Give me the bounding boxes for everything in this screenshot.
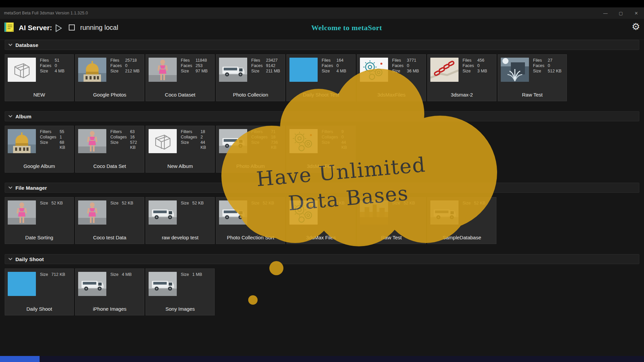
stat-label: Filters xyxy=(251,129,268,134)
server-status-text: running local xyxy=(80,24,118,32)
notes-icon[interactable] xyxy=(3,21,15,35)
white-truck-thumbnail xyxy=(149,272,177,296)
section-title: File Manager xyxy=(15,185,47,191)
stat-value: 23427 xyxy=(266,58,280,63)
card-stats: Files51Faces0Size4 MB xyxy=(40,58,64,82)
stat-label: Size xyxy=(251,201,259,206)
section-header-daily-shoot[interactable]: Daily Shoot xyxy=(5,254,639,264)
section-title: Album xyxy=(15,114,32,119)
chevron-down-icon[interactable] xyxy=(8,44,12,46)
card-top: Size712 KB xyxy=(8,272,71,296)
stat-label: Size xyxy=(110,140,127,150)
stat-value: 52 KB xyxy=(122,201,133,206)
card-new[interactable]: Files51Faces0Size4 MBNEW xyxy=(5,54,74,101)
section-album: AlbumFilters55Collages1Size68 KBGoogle A… xyxy=(5,111,639,173)
card-new-album[interactable]: Filters18Collages2Size44 KBNew Album xyxy=(146,126,215,173)
card-3dsmax-files[interactable]: Size52 KB3dsMax Files xyxy=(286,197,356,244)
stat-label: Filters xyxy=(40,129,56,134)
play-server-icon[interactable] xyxy=(55,23,63,34)
card-coco-test-data[interactable]: Size52 KBCoco test Data xyxy=(75,197,144,244)
card-name: Google Photos xyxy=(78,92,141,98)
card-photo-collecion[interactable]: Files23427Faces9142Size211 MBPhoto Colle… xyxy=(216,54,285,101)
stop-server-checkbox[interactable] xyxy=(69,24,75,31)
card-stats: Size52 KB xyxy=(181,201,204,225)
stat-label: Collages xyxy=(110,135,127,140)
stat-label: Filters xyxy=(181,129,197,134)
section-header-database[interactable]: Database xyxy=(5,40,639,50)
card-name: 3dsmax-2 xyxy=(430,92,493,98)
card-sampledatabase[interactable]: Size52 KBSampleDatabase xyxy=(427,197,496,244)
stat-label: Size xyxy=(110,272,118,277)
card-stats: Filters55Collages1Size68 KB xyxy=(40,129,71,153)
castle-thumbnail xyxy=(360,200,388,225)
card-photo-album[interactable]: Filters71Collages18Size736 KBPhoto Album xyxy=(216,126,285,173)
chevron-down-icon[interactable] xyxy=(8,258,12,260)
red-chain-thumbnail xyxy=(430,58,459,82)
section-title: Database xyxy=(15,42,38,48)
stat-value: 0 xyxy=(341,135,353,140)
stat-value: 52 KB xyxy=(333,201,344,206)
stat-label: Files xyxy=(463,58,474,63)
pink-bikini-woman-thumbnail xyxy=(149,58,177,82)
stat-value: 253 xyxy=(196,63,208,68)
card-google-photos[interactable]: Files25718Faces0Size212 MBGoogle Photos xyxy=(75,54,144,101)
stat-label: Files xyxy=(251,58,263,63)
maximize-button[interactable]: ▢ xyxy=(613,7,629,19)
stat-value: 36 MB xyxy=(407,69,419,74)
card-daily-shoot[interactable]: Size712 KBDaily Shoot xyxy=(5,268,74,315)
card-stats: Size52 KB xyxy=(463,201,485,225)
card-coco-data-set[interactable]: Filters63Collages16Size572 KBCoco Data S… xyxy=(75,126,144,173)
card-raw-develop-test[interactable]: Size52 KBraw develop test xyxy=(146,197,215,244)
close-button[interactable]: ✕ xyxy=(629,7,644,19)
chevron-down-icon[interactable] xyxy=(8,186,12,189)
stat-label: Faces xyxy=(322,63,333,68)
card-coco-dataset[interactable]: Files11848Faces253Size97 MBCoco Dataset xyxy=(146,54,215,101)
stat-value: 52 KB xyxy=(263,201,274,206)
card-stats: Files27Faces0Size512 KB xyxy=(533,58,561,82)
card-name: 3dsMaxFiles xyxy=(289,163,353,170)
stat-label: Filters xyxy=(322,129,338,134)
stat-value: 44 KB xyxy=(341,140,353,150)
card-google-album[interactable]: Filters55Collages1Size68 KBGoogle Album xyxy=(5,126,74,173)
card-iphone-images[interactable]: Size4 MBiPhone Images xyxy=(75,268,144,315)
card-top: Size52 KB xyxy=(360,200,423,225)
card-raw-test[interactable]: Size52 KBRaw Test xyxy=(357,197,426,244)
card-stats: Size52 KB xyxy=(110,201,133,225)
sections-container: DatabaseFiles51Faces0Size4 MBNEWFiles257… xyxy=(0,40,644,325)
card-stats: Files25718Faces0Size212 MB xyxy=(110,58,140,82)
stat-label: Files xyxy=(110,58,122,63)
scrollbar-thumb[interactable] xyxy=(0,356,40,362)
card-name: Raw Test xyxy=(501,92,564,98)
stat-value: 211 MB xyxy=(266,69,280,74)
horizontal-scrollbar[interactable] xyxy=(0,356,644,362)
card-top: Files3771Faces0Size36 MB xyxy=(360,58,423,82)
card-3dsmaxfiles[interactable]: Files3771Faces0Size36 MB3dsMaxFiles xyxy=(357,54,426,101)
stat-value: 572 KB xyxy=(130,140,141,150)
card-3dsmaxfiles[interactable]: Filters9Collages0Size44 KB3dsMaxFiles xyxy=(286,126,356,173)
card-stats: Files11848Faces253Size97 MB xyxy=(181,58,208,82)
blue-square-thumbnail xyxy=(289,58,318,82)
stat-label: Files xyxy=(322,58,333,63)
stat-value: 52 KB xyxy=(474,201,485,206)
minimize-button[interactable]: — xyxy=(598,7,613,19)
card-daily-shoot-test[interactable]: Files164Faces0Size4 MBDaily Shoot Test xyxy=(286,54,356,101)
cube-wireframe-thumbnail xyxy=(8,58,36,82)
gear-icon[interactable]: ⚙ xyxy=(632,22,640,32)
chevron-down-icon[interactable] xyxy=(8,115,12,118)
card-raw-test[interactable]: Files27Faces0Size512 KBRaw Test xyxy=(498,54,567,101)
section-header-file-manager[interactable]: File Manager xyxy=(5,183,639,193)
card-stats: Filters63Collages16Size572 KB xyxy=(110,129,141,153)
stat-label: Files xyxy=(533,58,544,63)
card-stats: Size52 KB xyxy=(251,201,274,225)
card-top: Files23427Faces9142Size211 MB xyxy=(219,58,282,82)
card-sony-images[interactable]: Size1 MBSony Images xyxy=(146,268,215,315)
card-date-sorting[interactable]: Size52 KBDate Sorting xyxy=(5,197,74,244)
card-3dsmax-2[interactable]: Files456Faces0Size3 MB3dsmax-2 xyxy=(427,54,496,101)
stat-label: Size xyxy=(181,201,189,206)
card-top: Files51Faces0Size4 MB xyxy=(8,58,71,82)
card-stats: Size52 KB xyxy=(40,201,63,225)
card-photo-collection-sort[interactable]: Size52 KBPhoto Collection Sort xyxy=(216,197,285,244)
card-name: Photo Collection Sort xyxy=(219,235,282,241)
section-header-album[interactable]: Album xyxy=(5,111,639,121)
stat-label: Size xyxy=(40,69,51,74)
